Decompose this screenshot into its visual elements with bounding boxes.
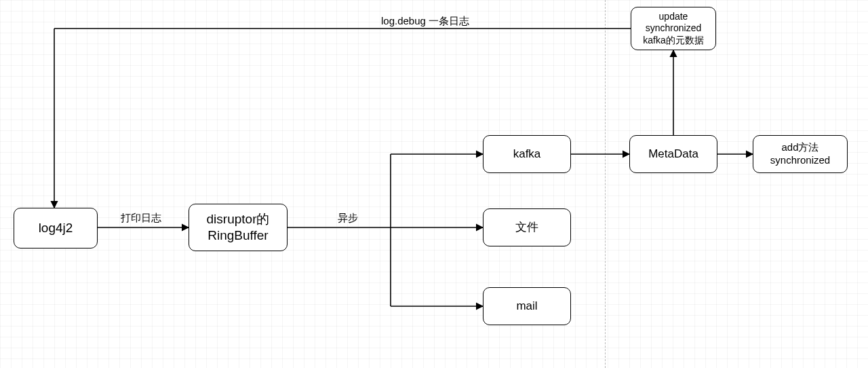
node-ringbuffer: disruptor的 RingBuffer xyxy=(189,204,288,251)
diagram-canvas: log4j2 disruptor的 RingBuffer kafka 文件 ma… xyxy=(0,0,868,368)
node-add: add方法 synchronized xyxy=(753,135,848,173)
node-kafka: kafka xyxy=(483,135,571,173)
edges-layer xyxy=(0,0,868,368)
label-log-debug: log.debug 一条日志 xyxy=(381,15,469,28)
label-ring-to-targets: 异步 xyxy=(338,212,358,225)
node-log4j2: log4j2 xyxy=(14,208,98,249)
node-update: update synchronized kafka的元数据 xyxy=(631,7,716,50)
label-log-to-ring: 打印日志 xyxy=(121,212,161,225)
node-mail: mail xyxy=(483,287,571,325)
node-file: 文件 xyxy=(483,208,571,246)
node-metadata: MetaData xyxy=(629,135,717,173)
